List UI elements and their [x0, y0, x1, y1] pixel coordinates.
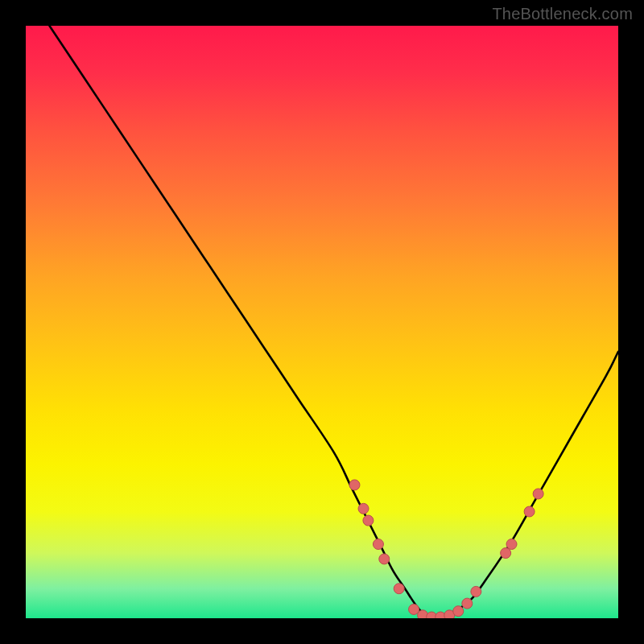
- bottleneck-curve: [49, 26, 618, 618]
- data-point: [358, 503, 369, 514]
- data-point: [524, 506, 535, 517]
- data-point: [379, 554, 390, 564]
- plot-area: [26, 26, 618, 618]
- data-point: [506, 539, 517, 550]
- data-point: [471, 586, 481, 597]
- data-point: [373, 539, 383, 550]
- data-point: [394, 584, 404, 594]
- data-point: [349, 480, 360, 490]
- data-point: [409, 604, 419, 614]
- data-point: [501, 548, 511, 559]
- watermark-text: TheBottleneck.com: [492, 5, 633, 23]
- curve-overlay: [26, 26, 618, 618]
- data-point: [363, 515, 374, 526]
- curve-dots: [349, 480, 543, 618]
- data-point: [462, 598, 473, 609]
- chart-container: TheBottleneck.com: [0, 0, 644, 644]
- data-point: [533, 489, 543, 499]
- data-point: [453, 606, 464, 617]
